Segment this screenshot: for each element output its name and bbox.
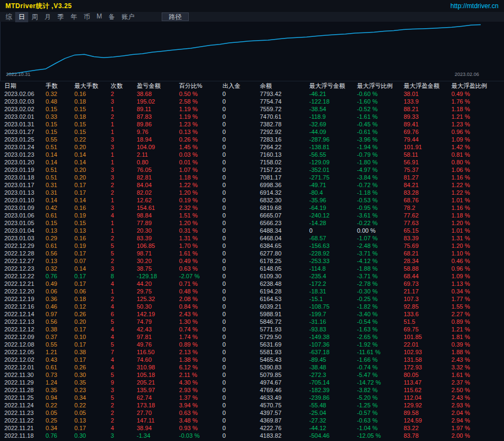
menu-item-日[interactable]: 日 <box>15 12 28 22</box>
cell: -0.79 % <box>353 151 399 158</box>
table-row[interactable]: 2022.12.270.130.07230.200.49 %06178.25-2… <box>0 257 504 265</box>
column-header[interactable]: 百分比% <box>175 81 218 90</box>
table-row[interactable]: 2023.01.230.140.1412.110.03 %07160.13-56… <box>0 151 504 158</box>
table-row[interactable]: 2023.02.020.150.15189.111.19 %07559.72-3… <box>0 105 504 113</box>
cell: 1.18 % <box>175 174 218 181</box>
table-row[interactable]: 2022.11.280.350.233135.972.93 %04769.46-… <box>0 386 504 394</box>
cell: -504.46 <box>305 432 353 439</box>
table-row[interactable]: 2023.01.240.510.203104.091.45 %07264.22-… <box>0 143 504 151</box>
table-row[interactable]: 2022.11.230.050.05227.700.63 %04397.57-2… <box>0 409 504 417</box>
cell: 7382.78 <box>256 120 305 128</box>
cell: -32.69 <box>305 120 353 128</box>
table-row[interactable]: 2022.12.130.560.20574.791.30 %05846.72-3… <box>0 318 504 325</box>
table-row[interactable]: 2022.12.120.380.17442.430.74 %05771.93-9… <box>0 325 504 333</box>
menu-item-年[interactable]: 年 <box>67 12 80 22</box>
table-row[interactable]: 2022.12.051.210.387116.502.13 %05581.93-… <box>0 348 504 356</box>
column-header[interactable]: 最大浮亏金额 <box>305 81 353 90</box>
table-row[interactable]: 2023.01.310.150.15189.861.23 %07382.78-3… <box>0 120 504 128</box>
table-row[interactable]: 2023.01.060.610.19498.841.51 %06665.07-2… <box>0 212 504 219</box>
menu-item-月[interactable]: 月 <box>41 12 54 22</box>
cell: 0 <box>305 227 353 234</box>
table-row[interactable]: 2023.01.170.310.17284.041.22 %06998.36-4… <box>0 181 504 189</box>
cell: 0.17 <box>70 280 106 287</box>
menu-item-季[interactable]: 季 <box>54 12 67 22</box>
table-row[interactable]: 2022.12.190.360.182125.322.08 %06164.53-… <box>0 295 504 303</box>
table-row[interactable]: 2022.12.210.490.17444.200.71 %06238.48-1… <box>0 280 504 287</box>
column-header[interactable]: 最大浮盈金额 <box>399 81 447 90</box>
table-row[interactable]: 2022.12.090.370.10497.811.74 %05729.50-1… <box>0 333 504 341</box>
column-header[interactable]: 日期 <box>0 81 41 90</box>
table-row[interactable]: 2023.01.100.140.14112.620.19 %06832.30-3… <box>0 196 504 204</box>
menu-item-周[interactable]: 周 <box>28 12 41 22</box>
cell: 2 <box>106 409 132 417</box>
table-row[interactable]: 2022.12.200.060.06129.750.48 %06194.28-1… <box>0 287 504 295</box>
cell: 69.76 <box>399 128 447 136</box>
cell: 2 <box>106 417 132 424</box>
table-row[interactable]: 2022.12.140.970.266142.192.43 %05988.91-… <box>0 310 504 318</box>
column-header[interactable]: 盈亏金额 <box>132 81 175 90</box>
cell: -1.25 % <box>353 401 399 409</box>
menu-item-备[interactable]: 备 <box>105 12 118 22</box>
cell: 0.51 <box>41 143 70 151</box>
cell: 0.84 % <box>175 303 218 310</box>
table-row[interactable]: 2023.01.190.510.20376.051.07 %07157.22-3… <box>0 166 504 174</box>
website-link[interactable]: http://mtdriver.cn <box>450 2 499 10</box>
cell: 2022.11.18 <box>0 432 41 439</box>
menu-item-综[interactable]: 综 <box>2 12 15 22</box>
menu-item-账户[interactable]: 账户 <box>118 12 138 22</box>
cell: -0.60 % <box>353 90 399 98</box>
cell: 4633.49 <box>256 394 305 401</box>
path-button[interactable]: 路径 <box>162 12 189 21</box>
cell: 5581.93 <box>256 348 305 356</box>
table-row[interactable]: 2022.11.300.730.305105.182.11 %05079.85-… <box>0 371 504 379</box>
table-row[interactable]: 2022.11.180.760.303-1.34-0.03 %04183.82-… <box>0 432 504 439</box>
column-header[interactable]: 最大浮盈比例 <box>447 81 504 90</box>
column-header[interactable]: 最大浮亏比例 <box>353 81 399 90</box>
cell: -1.07 % <box>353 234 399 242</box>
table-row[interactable]: 2023.01.050.150.15177.891.20 %06566.23-1… <box>0 219 504 227</box>
table-row[interactable]: 2022.11.291.240.359205.214.30 %04974.67-… <box>0 379 504 386</box>
cell: 7160.13 <box>256 151 305 158</box>
cell: 2022.11.24 <box>0 401 41 409</box>
cell: 69.75 <box>399 325 447 333</box>
table-row[interactable]: 2023.01.090.420.163154.612.32 %06819.68-… <box>0 204 504 212</box>
cell: -55.48 <box>305 401 353 409</box>
table-row[interactable]: 2022.11.250.940.34562.741.37 %04633.49-2… <box>0 394 504 401</box>
table-row[interactable]: 2023.02.010.330.18287.831.19 %07470.61-1… <box>0 113 504 120</box>
table-row[interactable]: 2022.12.280.560.17598.711.61 %06277.80-2… <box>0 250 504 257</box>
table-row[interactable]: 2022.12.290.610.195106.851.70 %06384.65-… <box>0 242 504 250</box>
cell: -1.63 % <box>353 325 399 333</box>
column-header[interactable]: 出入金 <box>218 81 256 90</box>
menu-items: 综日周月季年币M备账户 <box>2 12 138 22</box>
table-row[interactable]: 2022.12.160.460.12450.300.84 %06039.21-1… <box>0 303 504 310</box>
menu-item-M[interactable]: M <box>93 12 105 22</box>
table-row[interactable]: 2022.12.220.760.178-129.18-2.07 %06109.3… <box>0 272 504 280</box>
cell: -3.84 % <box>353 174 399 181</box>
table-row[interactable]: 2022.11.220.250.132147.113.48 %04369.87-… <box>0 417 504 424</box>
cell: 2.00 % <box>447 432 504 439</box>
cell: 89.33 <box>399 113 447 120</box>
table-row[interactable]: 2023.01.030.290.16283.391.31 %06468.04-6… <box>0 234 504 242</box>
table-row[interactable]: 2022.12.080.550.17549.760.89 %05631.69-1… <box>0 341 504 348</box>
cell: 2.93 % <box>175 386 218 394</box>
table-row[interactable]: 2023.02.060.320.16238.680.50 %07793.42-4… <box>0 90 504 98</box>
table-row[interactable]: 2023.01.200.140.1410.800.01 %07158.02-12… <box>0 158 504 166</box>
table-row[interactable]: 2022.12.020.430.17474.601.38 %05465.43-8… <box>0 356 504 363</box>
table-row[interactable]: 2023.01.180.510.20382.811.18 %07081.17-2… <box>0 174 504 181</box>
table-row[interactable]: 2023.01.130.310.17282.021.20 %06914.32-8… <box>0 189 504 196</box>
table-row[interactable]: 2022.11.210.340.17438.940.93 %04222.76-4… <box>0 424 504 432</box>
table-row[interactable]: 2023.01.270.150.1519.760.13 %07292.92-44… <box>0 128 504 136</box>
menu-item-币[interactable]: 币 <box>80 12 93 22</box>
cell: 0.19 <box>70 242 106 250</box>
column-header[interactable]: 余额 <box>256 81 305 90</box>
column-header[interactable]: 次数 <box>106 81 132 90</box>
table-row[interactable]: 2022.11.240.220.222173.183.94 %04570.75-… <box>0 401 504 409</box>
table-row[interactable]: 2022.12.010.610.264310.986.12 %05390.83-… <box>0 363 504 371</box>
column-header[interactable]: 最大手数 <box>70 81 106 90</box>
table-row[interactable]: 2023.02.030.480.183195.022.58 %07754.74-… <box>0 98 504 105</box>
column-header[interactable]: 手数 <box>41 81 70 90</box>
table-row[interactable]: 2022.12.230.320.14338.750.63 %06148.05-1… <box>0 265 504 272</box>
table-row[interactable]: 2023.01.040.130.13120.300.31 %06488.3400… <box>0 227 504 234</box>
cell: 0 <box>218 280 256 287</box>
table-row[interactable]: 2023.01.250.550.22318.940.26 %07283.16-2… <box>0 136 504 143</box>
